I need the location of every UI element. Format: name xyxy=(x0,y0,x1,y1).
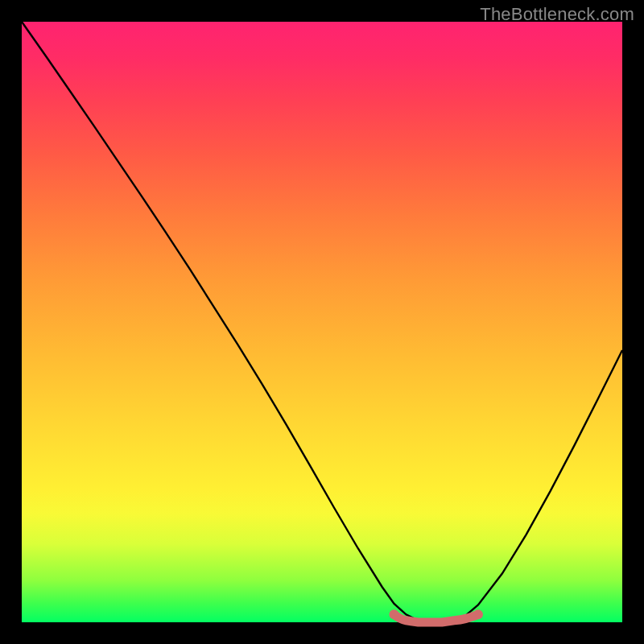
watermark-text: TheBottleneck.com xyxy=(480,4,634,25)
chart-overlay xyxy=(22,22,622,622)
chart-frame: TheBottleneck.com xyxy=(0,0,644,644)
bottleneck-curve xyxy=(22,22,622,622)
